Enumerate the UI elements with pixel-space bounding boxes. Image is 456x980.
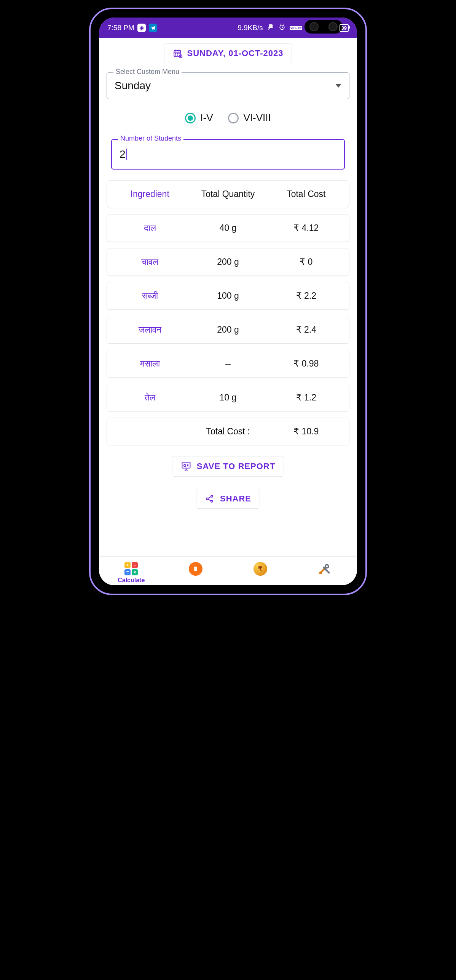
svg-point-18 bbox=[206, 498, 208, 500]
content-area: SUNDAY, 01-OCT-2023 Select Custom Menu S… bbox=[99, 38, 357, 556]
alarm-icon bbox=[278, 23, 286, 33]
screen: 7:58 PM ◉ 9.9KB/s Vo LTE 4G+ 39 bbox=[99, 18, 357, 585]
phone-frame: 7:58 PM ◉ 9.9KB/s Vo LTE 4G+ 39 bbox=[89, 8, 367, 595]
students-input[interactable]: 2 bbox=[111, 139, 345, 170]
table-row: सब्जी100 g₹ 2.2 bbox=[107, 282, 349, 310]
ingredient-qty: 200 g bbox=[189, 257, 267, 267]
table-row: मसाला--₹ 0.98 bbox=[107, 350, 349, 378]
menu-select-label: Select Custom Menu bbox=[113, 68, 182, 76]
text-cursor bbox=[126, 149, 127, 160]
volte-icon: Vo LTE bbox=[290, 26, 303, 30]
battery-icon: 39 bbox=[340, 24, 349, 32]
nav-calculate-label: Calculate bbox=[118, 577, 145, 584]
table-row: तेल10 g₹ 1.2 bbox=[107, 384, 349, 412]
radio-class-1-5[interactable]: I-V bbox=[185, 112, 213, 124]
ingredient-name: सब्जी bbox=[111, 291, 189, 301]
camera-cutout bbox=[305, 20, 343, 34]
ingredient-name: तेल bbox=[111, 392, 189, 403]
nav-report[interactable] bbox=[164, 562, 228, 584]
students-value: 2 bbox=[120, 148, 126, 160]
table-row: चावल200 g₹ 0 bbox=[107, 248, 349, 276]
ingredient-cost: ₹ 0.98 bbox=[267, 359, 345, 369]
mute-icon bbox=[267, 23, 274, 33]
nav-budget[interactable]: ₹ bbox=[228, 562, 293, 584]
svg-line-15 bbox=[185, 469, 186, 471]
nav-calculate[interactable]: +−=× Calculate bbox=[99, 562, 164, 584]
svg-rect-25 bbox=[319, 572, 322, 574]
svg-point-7 bbox=[177, 53, 177, 53]
table-header: Ingredient Total Quantity Total Cost bbox=[107, 180, 349, 208]
svg-point-10 bbox=[177, 55, 177, 55]
status-time: 7:58 PM bbox=[107, 24, 134, 32]
status-left: 7:58 PM ◉ bbox=[107, 24, 157, 32]
svg-line-16 bbox=[186, 469, 188, 471]
presentation-icon bbox=[181, 461, 191, 472]
report-icon bbox=[189, 562, 202, 576]
svg-point-8 bbox=[179, 53, 179, 53]
menu-select-value: Sunday bbox=[115, 80, 151, 92]
ingredient-name: चावल bbox=[111, 257, 189, 267]
svg-point-9 bbox=[175, 55, 175, 55]
copilot-icon: ◉ bbox=[137, 24, 146, 32]
date-label: SUNDAY, 01-OCT-2023 bbox=[187, 48, 284, 58]
chevron-down-icon bbox=[335, 84, 341, 88]
save-to-report-button[interactable]: SAVE TO REPORT bbox=[172, 456, 284, 477]
tools-icon bbox=[318, 562, 331, 575]
table-row: दाल40 g₹ 4.12 bbox=[107, 214, 349, 242]
total-value: ₹ 10.9 bbox=[267, 426, 345, 437]
save-label: SAVE TO REPORT bbox=[197, 461, 275, 471]
network-speed: 9.9KB/s bbox=[238, 24, 263, 32]
nav-settings[interactable] bbox=[293, 562, 357, 584]
radio-label: I-V bbox=[200, 112, 213, 124]
date-button[interactable]: SUNDAY, 01-OCT-2023 bbox=[164, 43, 292, 63]
svg-point-24 bbox=[325, 565, 329, 568]
students-field: Number of Students 2 bbox=[111, 139, 345, 170]
menu-select[interactable]: Sunday bbox=[107, 72, 349, 99]
radio-class-6-8[interactable]: VI-VIII bbox=[228, 112, 271, 124]
header-cost: Total Cost bbox=[267, 189, 345, 199]
svg-point-20 bbox=[211, 500, 213, 502]
bottom-nav: +−=× Calculate ₹ bbox=[99, 556, 357, 585]
table-row: जलावन200 g₹ 2.4 bbox=[107, 316, 349, 344]
telegram-icon bbox=[149, 24, 157, 32]
header-ingredient: Ingredient bbox=[111, 189, 189, 199]
rupee-coin-icon: ₹ bbox=[254, 562, 267, 576]
menu-select-field: Select Custom Menu Sunday bbox=[107, 72, 349, 99]
ingredient-qty: 10 g bbox=[189, 392, 267, 403]
share-button[interactable]: SHARE bbox=[196, 489, 260, 509]
svg-point-6 bbox=[175, 53, 175, 53]
share-label: SHARE bbox=[220, 494, 251, 504]
ingredient-cost: ₹ 4.12 bbox=[267, 223, 345, 233]
ingredient-cost: ₹ 2.4 bbox=[267, 325, 345, 335]
svg-line-22 bbox=[208, 499, 211, 501]
ingredient-name: दाल bbox=[111, 223, 189, 233]
svg-line-21 bbox=[208, 497, 211, 498]
students-label: Number of Students bbox=[118, 135, 183, 143]
class-group-radio: I-V VI-VIII bbox=[107, 112, 349, 124]
table-total-row: Total Cost : ₹ 10.9 bbox=[107, 418, 349, 445]
ingredient-cost: ₹ 1.2 bbox=[267, 392, 345, 403]
camera-lens bbox=[309, 22, 319, 31]
total-label: Total Cost : bbox=[189, 426, 267, 437]
ingredient-qty: 40 g bbox=[189, 223, 267, 233]
share-icon bbox=[205, 494, 215, 504]
radio-icon bbox=[228, 113, 239, 123]
ingredient-cost: ₹ 2.2 bbox=[267, 291, 345, 301]
calendar-icon bbox=[173, 48, 183, 58]
camera-lens bbox=[328, 22, 338, 31]
header-quantity: Total Quantity bbox=[189, 189, 267, 199]
table-body: दाल40 g₹ 4.12चावल200 g₹ 0सब्जी100 g₹ 2.2… bbox=[107, 214, 349, 412]
ingredient-qty: -- bbox=[189, 359, 267, 369]
svg-point-17 bbox=[184, 464, 186, 466]
ingredient-cost: ₹ 0 bbox=[267, 257, 345, 267]
ingredient-qty: 100 g bbox=[189, 291, 267, 301]
ingredient-name: जलावन bbox=[111, 325, 189, 335]
svg-point-19 bbox=[211, 495, 213, 497]
radio-icon bbox=[185, 113, 196, 123]
radio-label: VI-VIII bbox=[243, 112, 271, 124]
ingredient-name: मसाला bbox=[111, 359, 189, 369]
ingredient-qty: 200 g bbox=[189, 325, 267, 335]
svg-rect-23 bbox=[195, 567, 198, 571]
calculate-icon: +−=× bbox=[124, 562, 138, 575]
